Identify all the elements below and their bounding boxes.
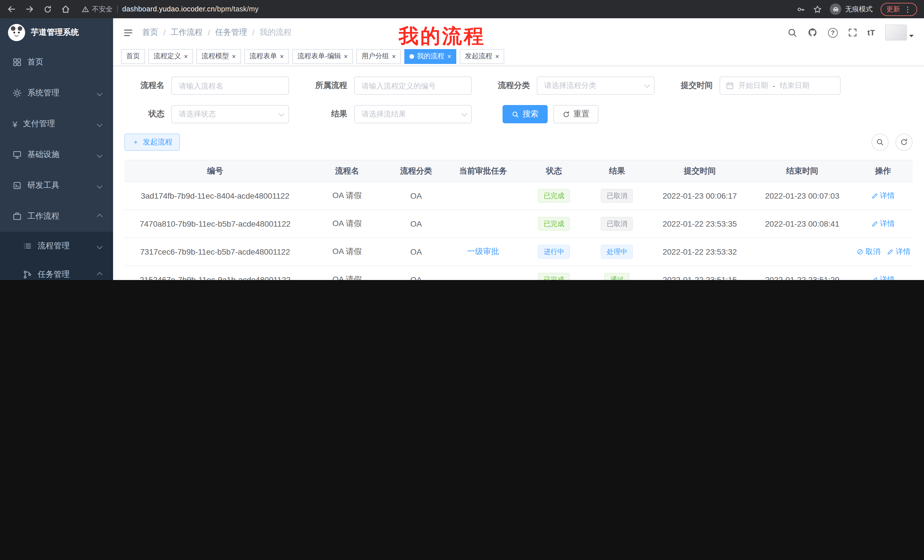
detail-link[interactable]: 详情	[887, 247, 910, 257]
tab-流程表单-编辑[interactable]: 流程表单-编辑×	[292, 49, 353, 64]
column-header: 结果	[586, 160, 649, 182]
sidebar-item-payment[interactable]: ¥支付管理	[0, 108, 113, 139]
close-icon[interactable]: ×	[344, 53, 348, 60]
chevron-up-icon	[97, 272, 102, 277]
list-icon	[23, 241, 32, 251]
close-icon[interactable]: ×	[495, 53, 499, 60]
address-divider	[117, 5, 118, 13]
sidebar-item-workflow[interactable]: 工作流程	[0, 201, 113, 232]
detail-link[interactable]: 详情	[871, 219, 895, 229]
process-name-input[interactable]	[171, 76, 289, 95]
plus-icon: ＋	[132, 137, 140, 147]
status-select[interactable]: 请选择状态	[171, 105, 289, 123]
calendar-icon	[726, 82, 734, 90]
breadcrumb-item[interactable]: 工作流程	[171, 27, 203, 38]
start-date-placeholder: 开始日期	[738, 81, 768, 91]
help-icon[interactable]: ?	[828, 28, 838, 37]
sidebar-item-devtools[interactable]: 研发工具	[0, 170, 113, 201]
search-icon[interactable]	[788, 28, 797, 37]
bookmark-star-icon[interactable]	[813, 5, 822, 13]
breadcrumb-item[interactable]: 任务管理	[215, 27, 247, 38]
fullscreen-icon[interactable]	[848, 28, 857, 37]
table-row: 7470a810-7b9b-11ec-b5b7-acde48001122OA 请…	[124, 210, 913, 238]
category-select-placeholder: 请选择流程分类	[544, 81, 596, 91]
browser-home-icon[interactable]	[61, 4, 70, 14]
tags-view-bar: 首页流程定义×流程模型×流程表单×流程表单-编辑×用户分组×我的流程×发起流程×	[113, 47, 924, 66]
row-current-task	[444, 182, 522, 210]
breadcrumb-item[interactable]: 首页	[142, 27, 158, 38]
result-tag: 已取消	[601, 189, 633, 203]
current-task-link[interactable]: 一级审批	[467, 247, 499, 256]
show-search-toggle-button[interactable]	[872, 133, 889, 151]
submit-time-range-picker[interactable]: 开始日期 - 结束日期	[720, 76, 841, 95]
column-header: 提交时间	[648, 160, 751, 182]
range-separator: -	[772, 81, 775, 90]
sidebar-item-home[interactable]: 首页	[0, 47, 113, 78]
github-icon[interactable]	[807, 27, 818, 38]
password-key-icon[interactable]	[796, 5, 805, 13]
tab-流程定义[interactable]: 流程定义×	[148, 49, 193, 64]
close-icon[interactable]: ×	[447, 53, 451, 60]
breadcrumb-separator: /	[252, 28, 255, 37]
tab-流程模型[interactable]: 流程模型×	[196, 49, 241, 64]
create-process-button[interactable]: ＋ 发起流程	[124, 133, 180, 151]
filter-result-label: 结果	[304, 109, 347, 119]
row-result: 通过	[586, 266, 649, 280]
address-bar[interactable]: 不安全 dashboard.yudao.iocoder.cn/bpm/task/…	[82, 4, 796, 14]
breadcrumb-item: 我的流程	[260, 27, 291, 38]
status-tag: 进行中	[538, 245, 570, 259]
end-date-placeholder: 结束日期	[780, 81, 810, 91]
avatar-image	[885, 24, 907, 40]
row-category: OA	[388, 210, 444, 238]
result-select[interactable]: 请选择流结果	[354, 105, 472, 123]
browser-update-button[interactable]: 更新 ⋮	[880, 3, 917, 16]
column-header: 当前审批任务	[444, 160, 522, 182]
browser-menu-icon[interactable]: ⋮	[904, 5, 911, 13]
close-icon[interactable]: ×	[232, 53, 236, 60]
sidebar-item-task-mgmt[interactable]: 任务管理	[0, 260, 113, 280]
detail-link[interactable]: 详情	[871, 275, 895, 280]
tab-发起流程[interactable]: 发起流程×	[460, 49, 504, 64]
refresh-table-button[interactable]	[896, 133, 913, 151]
page-content: 流程名 所属流程 流程分类 请选择流程分类	[113, 66, 924, 280]
column-header: 编号	[124, 160, 306, 182]
collapse-sidebar-icon[interactable]	[123, 28, 133, 37]
detail-link[interactable]: 详情	[871, 191, 895, 201]
annotation-text: 我的流程	[399, 23, 485, 49]
security-warning[interactable]: 不安全	[82, 4, 112, 14]
refresh-icon	[562, 111, 570, 118]
process-definition-input[interactable]	[354, 76, 472, 95]
logo-avatar	[8, 24, 25, 41]
tab-用户分组[interactable]: 用户分组×	[356, 49, 401, 64]
sidebar-item-infra[interactable]: 基础设施	[0, 139, 113, 170]
row-id: 3ad174fb-7b9d-11ec-8404-acde48001122	[124, 182, 306, 210]
close-icon[interactable]: ×	[392, 53, 396, 60]
font-size-icon[interactable]: tT	[867, 28, 875, 37]
browser-forward-icon[interactable]	[25, 4, 34, 14]
browser-reload-icon[interactable]	[44, 5, 52, 13]
cancel-link[interactable]: 取消	[857, 247, 880, 257]
user-avatar[interactable]	[885, 24, 914, 40]
browser-back-icon[interactable]	[7, 4, 16, 14]
screen: 不安全 dashboard.yudao.iocoder.cn/bpm/task/…	[0, 0, 924, 280]
tab-首页[interactable]: 首页	[121, 49, 145, 64]
tab-label: 流程表单	[249, 51, 277, 61]
tab-我的流程[interactable]: 我的流程×	[404, 49, 456, 64]
row-end-time: 2022-01-22 23:51:20	[751, 266, 854, 280]
status-tag: 已完成	[538, 217, 570, 231]
tab-流程表单[interactable]: 流程表单×	[244, 49, 289, 64]
gear-icon	[13, 88, 22, 97]
close-icon[interactable]: ×	[184, 53, 188, 60]
breadcrumb: 首页/工作流程/任务管理/我的流程	[142, 27, 291, 38]
category-select[interactable]: 请选择流程分类	[537, 76, 654, 95]
search-button[interactable]: 搜索	[502, 105, 548, 123]
app-logo[interactable]: 芋道管理系统	[0, 18, 113, 47]
sidebar-item-process-mgmt[interactable]: 流程管理	[0, 232, 113, 260]
result-select-placeholder: 请选择流结果	[362, 109, 406, 119]
sidebar-item-system[interactable]: 系统管理	[0, 78, 113, 108]
row-end-time: 2022-01-23 00:08:41	[751, 210, 854, 238]
status-tag: 已完成	[538, 273, 570, 280]
reset-button[interactable]: 重置	[554, 105, 598, 123]
close-icon[interactable]: ×	[280, 53, 284, 60]
sidebar-item-label: 首页	[27, 57, 44, 67]
